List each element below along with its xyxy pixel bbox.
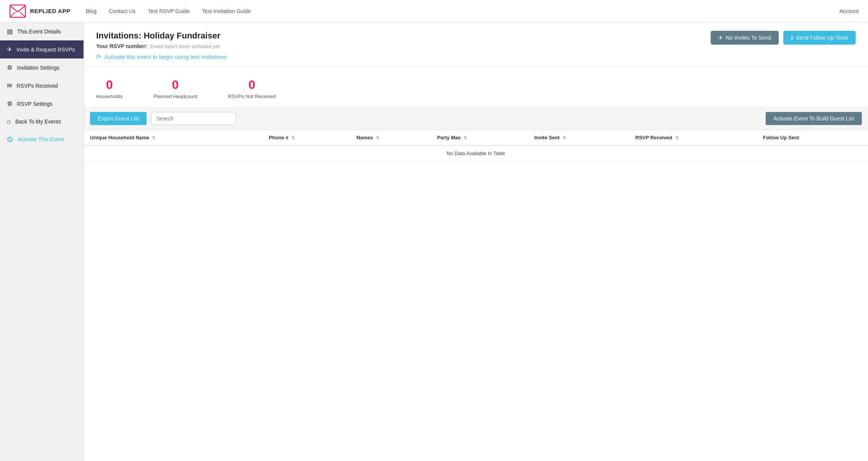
logo-text: REPLIED APP [30,8,70,14]
col-household-name-label: Unique Household Name [90,135,149,140]
sidebar-item-rsvps-received[interactable]: ✉ RSVPs Received [0,77,83,95]
nav-rsvp-guide[interactable]: Text RSVP Guide [148,8,190,14]
sort-icon-names[interactable]: ⇅ [376,135,379,140]
no-invites-label: No Invites To Send [726,35,771,41]
sidebar-label-invite-settings: Invitation Settings [17,65,60,71]
sidebar-item-activate-event[interactable]: ⏻ Activate This Event [0,130,83,148]
rsvp-number-row: Your RSVP number: Event hasn't been acti… [96,43,227,49]
stat-rsvps-label: RSVPs Not Received [228,94,276,99]
stats-row: 0 Households 0 Planned Headcount 0 RSVPs… [84,67,868,107]
stat-households-value: 0 [106,78,113,92]
stat-households: 0 Households [96,78,123,99]
info-icon: ℹ [791,35,793,41]
page-title: Invitations: Holiday Fundraiser [96,31,227,41]
col-phone[interactable]: Phone # ⇅ [263,130,351,145]
gear2-icon: ⚙ [7,100,12,107]
page-header-right: ✈ No Invites To Send ℹ Send Follow Up Te… [711,31,856,45]
sidebar: ▤ This Event Details ✈ Invite & Request … [0,22,84,461]
sort-icon-party-max[interactable]: ⇅ [464,135,467,140]
col-invite-sent-label: Invite Sent [534,135,560,140]
sort-icon-rsvp-received[interactable]: ⇅ [675,135,679,140]
page-header-left: Invitations: Holiday Fundraiser Your RSV… [96,31,227,60]
table-header-row: Unique Household Name ⇅ Phone # ⇅ Names … [84,130,868,145]
page-header: Invitations: Holiday Fundraiser Your RSV… [84,22,868,67]
sidebar-item-rsvp-settings[interactable]: ⚙ RSVP Settings [0,95,83,113]
sidebar-label-rsvp-settings: RSVP Settings [17,101,52,107]
main-layout: ▤ This Event Details ✈ Invite & Request … [0,22,868,461]
stat-households-label: Households [96,94,123,99]
col-phone-label: Phone # [269,135,289,140]
search-input[interactable] [151,112,236,125]
svg-line-1 [10,12,15,17]
sort-icon-invite-sent[interactable]: ⇅ [563,135,566,140]
mail-icon: ✉ [7,82,12,89]
nav-invite-guide[interactable]: Text Invitation Guide [202,8,251,14]
table-area: Export Guest List Activate Event To Buil… [84,107,868,461]
table-body: No Data Available In Table [84,145,868,161]
col-follow-up-sent-label: Follow Up Sent [763,135,799,140]
table-header: Unique Household Name ⇅ Phone # ⇅ Names … [84,130,868,145]
nav-contact[interactable]: Contact Us [109,8,135,14]
sidebar-item-event-details[interactable]: ▤ This Event Details [0,22,83,40]
power-icon: ⏻ [7,136,13,143]
activate-event-text: Activate this event to begin using text … [104,53,227,60]
sidebar-item-back-events[interactable]: ⌂ Back To My Events [0,113,83,130]
sidebar-label-activate-event: Activate This Event [18,136,64,142]
sidebar-item-invite-settings[interactable]: ⚙ Invitation Settings [0,58,83,77]
home-icon: ⌂ [7,118,11,125]
sidebar-item-invite-rsvps[interactable]: ✈ Invite & Request RSVPs [0,40,83,58]
rsvp-number-label: Your RSVP number: [96,43,147,49]
stat-rsvps-not-received: 0 RSVPs Not Received [228,78,276,99]
sidebar-label-rsvps-received: RSVPs Received [17,83,58,89]
nav-links: Blog Contact Us Text RSVP Guide Text Inv… [86,8,839,14]
nav-blog[interactable]: Blog [86,8,97,14]
svg-line-2 [20,12,25,17]
sidebar-label-event-details: This Event Details [17,28,61,35]
col-follow-up-sent[interactable]: Follow Up Sent [757,130,868,145]
gear-icon: ⚙ [7,64,12,71]
sort-icon-phone[interactable]: ⇅ [291,135,295,140]
col-names[interactable]: Names ⇅ [351,130,431,145]
no-data-row: No Data Available In Table [84,145,868,161]
stat-headcount-label: Planned Headcount [154,94,197,99]
col-household-name[interactable]: Unique Household Name ⇅ [84,130,263,145]
send-follow-up-button[interactable]: ℹ Send Follow Up Texts [783,31,856,45]
sidebar-label-invite-rsvps: Invite & Request RSVPs [17,47,75,53]
activate-event-link[interactable]: ⟳ Activate this event to begin using tex… [96,53,227,60]
sidebar-label-back-events: Back To My Events [15,119,61,125]
col-rsvp-received-label: RSVP Received [635,135,672,140]
refresh-icon: ⟳ [96,53,101,60]
sort-icon-name[interactable]: ⇅ [152,135,155,140]
main-content: Invitations: Holiday Fundraiser Your RSV… [84,22,868,461]
col-names-label: Names [357,135,373,140]
table-toolbar: Export Guest List Activate Event To Buil… [84,107,868,130]
col-party-max[interactable]: Party Max ⇅ [431,130,528,145]
export-guest-list-button[interactable]: Export Guest List [90,112,147,125]
no-data-message: No Data Available In Table [84,145,868,161]
rsvp-number-value: Event hasn't been activated yet [150,43,220,49]
col-invite-sent[interactable]: Invite Sent ⇅ [528,130,629,145]
activate-event-build-button[interactable]: Activate Event To Build Guest List [766,112,862,125]
stat-rsvps-value: 0 [249,78,255,92]
send-icon: ✈ [7,46,12,53]
top-navigation: REPLIED APP Blog Contact Us Text RSVP Gu… [0,0,868,22]
stat-headcount-value: 0 [172,78,179,92]
stat-headcount: 0 Planned Headcount [154,78,197,99]
logo-link[interactable]: REPLIED APP [9,4,70,18]
guest-list-table: Unique Household Name ⇅ Phone # ⇅ Names … [84,130,868,161]
no-invites-button[interactable]: ✈ No Invites To Send [711,31,779,45]
paper-plane-icon: ✈ [718,35,723,41]
col-party-max-label: Party Max [437,135,461,140]
col-rsvp-received[interactable]: RSVP Received ⇅ [629,130,757,145]
list-icon: ▤ [7,28,13,35]
follow-up-label: Send Follow Up Texts [796,35,848,41]
account-link[interactable]: Account [839,8,859,14]
